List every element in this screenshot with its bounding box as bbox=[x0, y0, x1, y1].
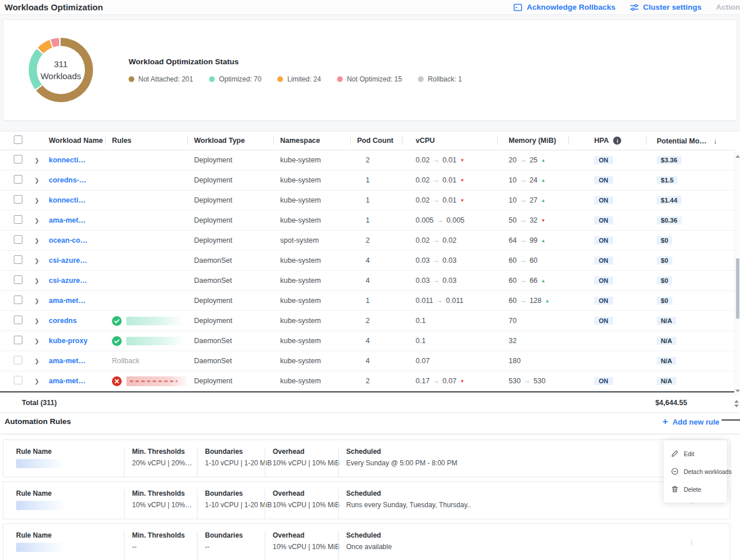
expand-chevron-icon[interactable]: ❯ bbox=[34, 358, 39, 364]
scroll-down-icon[interactable] bbox=[735, 390, 740, 392]
expand-chevron-icon[interactable]: ❯ bbox=[34, 238, 39, 244]
hpa-info-icon[interactable]: i bbox=[613, 137, 621, 145]
potential-savings-badge: N/A bbox=[657, 377, 676, 385]
namespace-cell: spot-system bbox=[273, 236, 350, 244]
th-memory[interactable]: Memory (MiB) bbox=[497, 137, 568, 145]
redacted-rule-name bbox=[126, 376, 187, 386]
workload-name-link[interactable]: coredns-… bbox=[49, 176, 86, 184]
rule-kebab-menu[interactable]: ⋮ bbox=[688, 538, 695, 547]
cluster-settings-button[interactable]: Cluster settings bbox=[630, 3, 702, 12]
row-checkbox[interactable] bbox=[14, 336, 22, 344]
workload-type-cell: DaemonSet bbox=[187, 277, 273, 285]
row-checkbox[interactable] bbox=[14, 275, 22, 284]
table-row[interactable]: ❯ coredns-… Deployment kube-system 1 0.0… bbox=[0, 170, 735, 190]
redacted-rule-name bbox=[126, 317, 184, 325]
th-rules[interactable]: Rules bbox=[105, 137, 187, 145]
row-checkbox[interactable] bbox=[14, 376, 22, 384]
row-checkbox[interactable] bbox=[14, 356, 22, 364]
table-row[interactable]: ❯ ama-met… Deployment kube-system 1 0.00… bbox=[0, 211, 735, 231]
workload-name-link[interactable]: ama-met… bbox=[49, 216, 86, 224]
row-checkbox[interactable] bbox=[14, 235, 22, 244]
memory-cell: 10→27▲ bbox=[497, 196, 568, 204]
pencil-icon bbox=[671, 450, 679, 457]
table-row[interactable]: ❯ konnecti… Deployment kube-system 2 0.0… bbox=[0, 150, 735, 170]
workload-type-cell: Deployment bbox=[187, 216, 273, 224]
potential-savings-badge: $3.36 bbox=[657, 156, 681, 164]
potential-cell: N/A bbox=[646, 377, 735, 385]
rollback-label: Rollback bbox=[112, 357, 140, 365]
workload-name-link[interactable]: konnecti… bbox=[49, 156, 86, 164]
workload-name-link[interactable]: konnecti… bbox=[49, 196, 86, 204]
table-row[interactable]: ❯ ama-met… Rollback DaemonSet kube-syste… bbox=[0, 351, 735, 371]
rule-ok-icon bbox=[112, 336, 122, 346]
expand-chevron-icon[interactable]: ❯ bbox=[34, 378, 39, 384]
expand-chevron-icon[interactable]: ❯ bbox=[34, 177, 39, 184]
expand-chevron-icon[interactable]: ❯ bbox=[34, 338, 39, 344]
actions-button[interactable]: Action bbox=[716, 3, 740, 11]
table-row[interactable]: ❯ konnecti… Deployment kube-system 1 0.0… bbox=[0, 190, 735, 211]
row-checkbox[interactable] bbox=[14, 175, 22, 184]
pod-count-cell: 1 bbox=[350, 216, 402, 224]
workload-name-link[interactable]: ama-met… bbox=[49, 377, 86, 385]
expand-chevron-icon[interactable]: ❯ bbox=[34, 197, 39, 204]
workload-name-link[interactable]: csi-azure… bbox=[49, 256, 87, 265]
table-row[interactable]: ❯ csi-azure… DaemonSet kube-system 4 0.0… bbox=[0, 271, 735, 291]
hpa-badge: ON bbox=[594, 377, 613, 385]
menu-item-edit[interactable]: Edit bbox=[664, 445, 727, 462]
th-workload-type[interactable]: Workload Type bbox=[187, 137, 273, 145]
workload-name-link[interactable]: kube-proxy bbox=[49, 337, 87, 345]
acknowledge-rollbacks-button[interactable]: Acknowledge Rollbacks bbox=[513, 3, 615, 12]
memory-cell: 64→99▲ bbox=[497, 236, 568, 244]
row-checkbox[interactable] bbox=[14, 316, 22, 324]
th-namespace[interactable]: Namespace bbox=[273, 137, 350, 145]
table-row[interactable]: ❯ ama-met… Deployment kube-system 1 0.01… bbox=[0, 291, 735, 311]
legend-item: Not Attached: 201 bbox=[129, 75, 193, 83]
table-row[interactable]: ❯ csi-azure… DaemonSet kube-system 4 0.0… bbox=[0, 251, 735, 271]
table-row[interactable]: ❯ coredns Deployment kube-system 2 0.1 7… bbox=[0, 311, 735, 331]
expand-chevron-icon[interactable]: ❯ bbox=[34, 298, 39, 304]
expand-chevron-icon[interactable]: ❯ bbox=[34, 318, 39, 324]
overhead-label: Overhead bbox=[273, 448, 338, 456]
th-hpa[interactable]: HPAi bbox=[568, 137, 646, 145]
min-thresholds-label: Min. Thresholds bbox=[132, 531, 197, 539]
workload-type-cell: Deployment bbox=[187, 176, 273, 184]
add-new-rule-button[interactable]: + Add new rule bbox=[662, 417, 719, 426]
row-checkbox[interactable] bbox=[14, 195, 22, 204]
table-row[interactable]: ❯ ocean-co… Deployment spot-system 2 0.0… bbox=[0, 231, 735, 251]
vcpu-cell: 0.02→0.01▼ bbox=[402, 176, 497, 184]
memory-cell: 180 bbox=[497, 357, 568, 365]
total-row-scroll-arrows[interactable] bbox=[734, 398, 739, 409]
menu-item-detach-workloads[interactable]: Detach workloads bbox=[664, 462, 727, 480]
namespace-cell: kube-system bbox=[273, 176, 350, 184]
expand-chevron-icon[interactable]: ❯ bbox=[34, 157, 39, 164]
row-checkbox[interactable] bbox=[14, 255, 22, 264]
table-row[interactable]: ❯ ama-met… Deployment kube-system 2 0.17… bbox=[0, 371, 735, 391]
workload-name-link[interactable]: ama-met… bbox=[49, 297, 86, 305]
rule-card: Rule Name Min. Thresholds 20% vCPU | 20%… bbox=[3, 440, 730, 477]
workload-name-link[interactable]: csi-azure… bbox=[49, 277, 87, 285]
workload-name-link[interactable]: coredns bbox=[49, 317, 77, 325]
potential-savings-badge: $1.5 bbox=[657, 176, 677, 184]
expand-chevron-icon[interactable]: ❯ bbox=[34, 217, 39, 224]
expand-chevron-icon[interactable]: ❯ bbox=[34, 258, 39, 264]
rule-card: Rule Name Min. Thresholds 10% vCPU | 10%… bbox=[3, 481, 730, 519]
table-scrollbar[interactable] bbox=[734, 151, 740, 396]
row-checkbox[interactable] bbox=[14, 215, 22, 224]
scroll-up-icon[interactable] bbox=[735, 155, 740, 158]
workload-name-link[interactable]: ocean-co… bbox=[49, 236, 87, 244]
th-vcpu[interactable]: vCPU bbox=[402, 137, 497, 145]
hpa-badge: ON bbox=[594, 297, 613, 305]
expand-chevron-icon[interactable]: ❯ bbox=[34, 278, 39, 284]
th-workload-name[interactable]: Workload Name bbox=[45, 137, 105, 145]
th-pod-count[interactable]: Pod Count bbox=[350, 137, 402, 145]
row-checkbox[interactable] bbox=[14, 155, 22, 164]
menu-item-delete[interactable]: Delete bbox=[664, 480, 727, 498]
row-checkbox[interactable] bbox=[14, 295, 22, 304]
sort-desc-icon[interactable]: ↓ bbox=[714, 137, 718, 145]
th-potential-savings[interactable]: Potential Mo…↓ bbox=[646, 137, 735, 145]
table-row[interactable]: ❯ kube-proxy DaemonSet kube-system 4 0.1… bbox=[0, 331, 735, 351]
select-all-checkbox[interactable] bbox=[14, 135, 22, 144]
workload-name-link[interactable]: ama-met… bbox=[49, 357, 86, 365]
scrollbar-thumb[interactable] bbox=[736, 258, 739, 319]
vcpu-cell: 0.02→0.02 bbox=[402, 236, 497, 244]
